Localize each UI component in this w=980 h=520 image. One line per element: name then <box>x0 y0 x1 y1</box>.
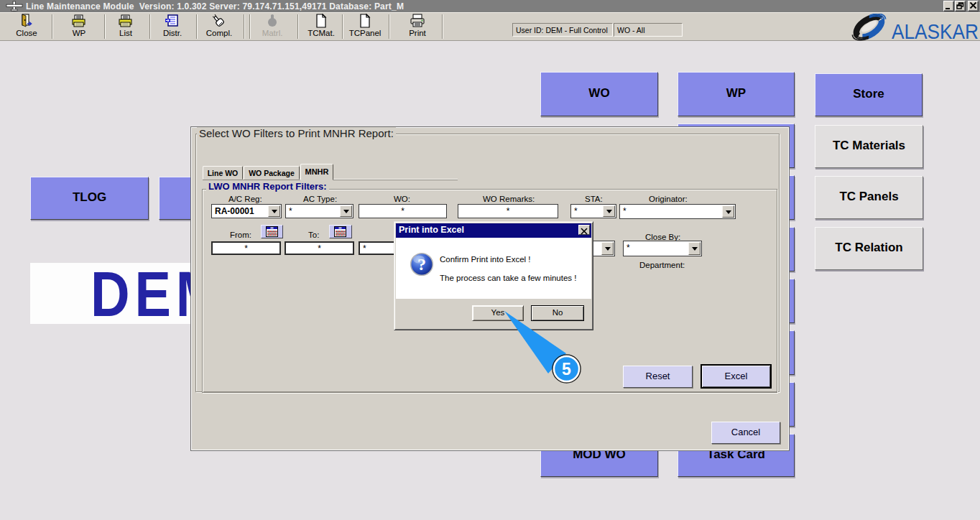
svg-text:ALASKAR: ALASKAR <box>892 20 979 41</box>
svg-text:5: 5 <box>562 360 571 379</box>
svg-text:?: ? <box>417 255 426 274</box>
